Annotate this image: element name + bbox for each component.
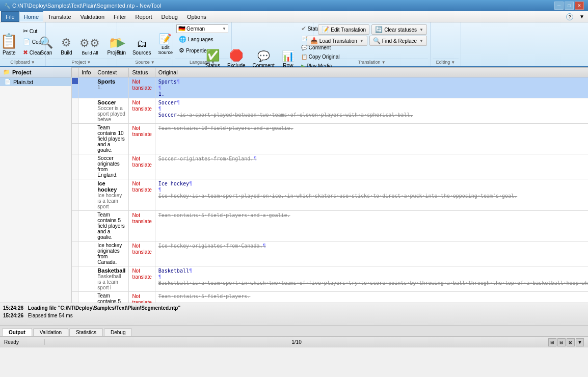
original-text: Sports¶¶1. <box>158 79 180 97</box>
clear-statuses-button[interactable]: 🔄 Clear statuses ▼ <box>371 24 427 35</box>
status-badge: Not translate <box>132 100 151 112</box>
status-cell: Not translate <box>129 241 155 266</box>
close-button[interactable]: ✕ <box>575 2 584 10</box>
comment-ribbon-button[interactable]: 💬 Comment <box>250 39 278 70</box>
edit-translation-button[interactable]: 📝 Edit Translation <box>318 24 369 35</box>
footer-split-icon[interactable]: ⊠ <box>567 338 575 346</box>
paste-label: Paste <box>3 50 16 56</box>
menu-file[interactable]: File <box>1 11 19 22</box>
clipboard-expand-icon[interactable]: ▼ <box>31 60 35 65</box>
menu-filter[interactable]: Filter <box>109 11 130 22</box>
ribbon: 📋 Paste ✂ Cut 📄 Copy ✖ Clear Clipboard <box>0 22 588 67</box>
row-marker-cell <box>72 179 78 211</box>
clipboard-label: Clipboard ▼ <box>2 59 43 65</box>
grid-area[interactable]: Info Context Status Original German Spor… <box>71 67 588 303</box>
editing-label: Editing ▼ <box>433 59 459 65</box>
footer-dropdown-icon[interactable]: ▼ <box>576 338 584 346</box>
status-button[interactable]: ✅ Status <box>203 39 223 70</box>
table-row[interactable]: Basketball Basketball is a team sport i … <box>72 266 589 292</box>
context-cell: Soccer Soccer is a sport played betwe <box>94 98 129 124</box>
editing-expand-icon[interactable]: ▼ <box>451 60 455 65</box>
clear-statuses-icon: 🔄 <box>375 26 383 33</box>
title-bar: 🔧 C:\NT\Deploy\Samples\Text\Plain\Segmen… <box>0 0 588 11</box>
build-button[interactable]: ⚙ Build <box>57 26 75 58</box>
scan-button[interactable]: 🔍 Scan <box>36 26 56 58</box>
menu-debug[interactable]: Debug <box>157 11 182 22</box>
bottom-tabs: Output Validation Statistics Debug <box>0 325 588 336</box>
ribbon-row-group: ✅ Status 🛑 Exclude 💬 Comment 📊 Row ✔ Sta… <box>232 22 313 66</box>
context-cell: Team contains 5 field players. <box>94 292 129 303</box>
context-cell: Ice hockey Ice hockey is a team sport <box>94 179 129 211</box>
table-row[interactable]: Ice hockey originates from Canada. Not t… <box>72 241 589 266</box>
table-row[interactable]: Ice hockey Ice hockey is a team sport No… <box>72 179 589 211</box>
menu-home[interactable]: Home <box>19 11 43 22</box>
run-button[interactable]: ▶ Run <box>112 26 130 58</box>
translation-row2: 📥 Load Translation ▼ 🔍 Find & Replace ▼ <box>307 36 427 46</box>
ribbon-collapse-button[interactable]: ▼ <box>577 12 587 21</box>
main-area: 📁 Project 📄 Plain.txt Info Context Statu… <box>0 67 588 303</box>
footer-view-icon[interactable]: ⊟ <box>557 338 566 346</box>
context-detail: Team contains 5 field players and a goal… <box>97 212 125 240</box>
table-row[interactable]: Soccer originates from England. Not tran… <box>72 154 589 179</box>
tab-statistics[interactable]: Statistics <box>69 328 103 336</box>
tree-item-plain-txt[interactable]: 📄 Plain.txt <box>0 77 71 86</box>
ribbon-editing-group: Editing ▼ <box>431 22 461 66</box>
status-message-1: Loading file "C:\NT\Deploy\Samples\Text\… <box>28 305 180 311</box>
col-header-info[interactable]: Info <box>78 68 94 77</box>
footer-grid-icon[interactable]: ⊞ <box>548 338 556 346</box>
help-button[interactable]: ? <box>564 12 576 22</box>
menu-options[interactable]: Options <box>182 11 211 22</box>
find-replace-icon: 🔍 <box>373 37 381 44</box>
original-text: Basketball¶¶Basketball·is·a·team·sport·i… <box>158 268 588 286</box>
table-row[interactable]: Sports 1. Not translate Sports¶¶1. <box>72 77 589 98</box>
context-cell: Ice hockey originates from Canada. <box>94 241 129 266</box>
context-detail: Soccer is a sport played betwe <box>97 105 125 122</box>
build-icon: ⚙ <box>61 36 71 49</box>
info-cell <box>78 179 94 211</box>
load-translation-button[interactable]: 📥 Load Translation ▼ <box>307 36 367 46</box>
data-grid: Info Context Status Original German Spor… <box>71 67 588 303</box>
exclude-button[interactable]: 🛑 Exclude <box>224 39 249 70</box>
source-expand-icon[interactable]: ▼ <box>151 60 155 65</box>
edit-translation-label: Edit Translation <box>331 27 366 33</box>
tab-debug[interactable]: Debug <box>104 328 132 336</box>
menu-translate[interactable]: Translate <box>43 11 75 22</box>
row-marker-cell <box>72 154 78 179</box>
row-selected-marker <box>72 78 78 84</box>
source-content: ▶ Run 🗂 Sources 📝 Edit Source <box>112 23 178 59</box>
load-translation-label: Load Translation <box>319 38 357 44</box>
menu-validation[interactable]: Validation <box>76 11 110 22</box>
table-row[interactable]: Soccer Soccer is a sport played betwe No… <box>72 98 589 124</box>
original-text: Team·contains·5·field·players·and·a·goal… <box>158 212 290 218</box>
menu-report[interactable]: Report <box>130 11 156 22</box>
col-header-status[interactable]: Status <box>129 68 155 77</box>
paste-button[interactable]: 📋 Paste <box>0 26 19 58</box>
build-all-label: Build All <box>82 50 98 56</box>
row-marker-cell <box>72 211 78 241</box>
table-row[interactable]: Team contains 10 field players and a goa… <box>72 124 589 154</box>
sources-button[interactable]: 🗂 Sources <box>131 26 152 58</box>
clear-statuses-label: Clear statuses <box>384 27 417 33</box>
cut-icon: ✂ <box>23 28 28 35</box>
find-replace-button[interactable]: 🔍 Find & Replace ▼ <box>369 36 427 46</box>
row-button[interactable]: 📊 Row <box>279 39 298 70</box>
build-all-button[interactable]: ⚙⚙ Build All <box>76 26 103 58</box>
tab-validation[interactable]: Validation <box>33 328 68 336</box>
minimize-button[interactable]: ─ <box>554 2 564 10</box>
col-header-context[interactable]: Context <box>94 68 129 77</box>
status-badge: Not translate <box>132 125 151 137</box>
original-text: Soccer·originates·from·England.¶ <box>158 156 257 161</box>
table-row[interactable]: Team contains 5 field players and a goal… <box>72 211 589 241</box>
translation-expand-icon[interactable]: ▼ <box>382 60 386 65</box>
original-cell: Basketball¶¶Basketball·is·a·team·sport·i… <box>155 266 588 292</box>
scan-icon: 🔍 <box>39 36 53 49</box>
col-header-original[interactable]: Original <box>155 68 588 77</box>
project-expand-icon[interactable]: ▼ <box>87 60 91 65</box>
project-tree-icon: 📁 <box>3 69 10 75</box>
tab-output[interactable]: Output <box>2 328 32 336</box>
help-icon: ? <box>566 13 573 20</box>
translation-row1: 📝 Edit Translation 🔄 Clear statuses ▼ <box>318 24 427 35</box>
maximize-button[interactable]: □ <box>565 2 574 10</box>
original-text: Team·contains·10·field·players·and·a·goa… <box>158 125 293 131</box>
table-row[interactable]: Team contains 5 field players. Not trans… <box>72 292 589 303</box>
